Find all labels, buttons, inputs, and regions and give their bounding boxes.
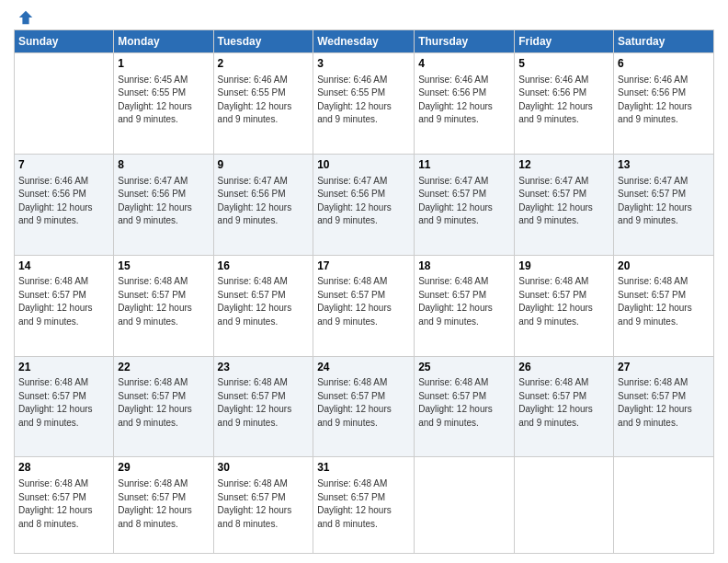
calendar-cell: 21Sunrise: 6:48 AMSunset: 6:57 PMDayligh… — [15, 356, 114, 457]
day-number: 22 — [118, 360, 209, 375]
day-number: 18 — [418, 259, 510, 274]
week-row-5: 28Sunrise: 6:48 AMSunset: 6:57 PMDayligh… — [15, 457, 714, 554]
day-number: 20 — [618, 259, 710, 274]
day-info: Sunrise: 6:48 AMSunset: 6:57 PMDaylight:… — [18, 275, 109, 328]
calendar-cell: 20Sunrise: 6:48 AMSunset: 6:57 PMDayligh… — [614, 255, 714, 356]
day-info: Sunrise: 6:48 AMSunset: 6:57 PMDaylight:… — [18, 376, 109, 430]
calendar-cell — [415, 457, 515, 554]
calendar-cell: 12Sunrise: 6:47 AMSunset: 6:57 PMDayligh… — [515, 154, 614, 255]
calendar-cell — [15, 53, 114, 155]
day-info: Sunrise: 6:47 AMSunset: 6:56 PMDaylight:… — [118, 175, 209, 228]
day-number: 28 — [18, 460, 109, 476]
week-row-4: 21Sunrise: 6:48 AMSunset: 6:57 PMDayligh… — [15, 356, 714, 457]
calendar-cell: 2Sunrise: 6:46 AMSunset: 6:55 PMDaylight… — [213, 53, 313, 155]
day-info: Sunrise: 6:47 AMSunset: 6:57 PMDaylight:… — [418, 175, 510, 228]
calendar-cell: 11Sunrise: 6:47 AMSunset: 6:57 PMDayligh… — [415, 154, 515, 255]
calendar-cell: 1Sunrise: 6:45 AMSunset: 6:55 PMDaylight… — [114, 53, 213, 155]
day-number: 16 — [218, 259, 310, 274]
day-info: Sunrise: 6:48 AMSunset: 6:57 PMDaylight:… — [218, 376, 310, 430]
day-number: 23 — [218, 360, 310, 375]
day-number: 24 — [317, 360, 410, 375]
week-row-3: 14Sunrise: 6:48 AMSunset: 6:57 PMDayligh… — [15, 255, 714, 356]
day-info: Sunrise: 6:48 AMSunset: 6:57 PMDaylight:… — [218, 477, 310, 531]
day-info: Sunrise: 6:48 AMSunset: 6:57 PMDaylight:… — [118, 477, 209, 531]
header-day-wednesday: Wednesday — [313, 30, 415, 53]
day-number: 25 — [418, 360, 510, 375]
day-number: 6 — [618, 56, 710, 72]
calendar-cell: 8Sunrise: 6:47 AMSunset: 6:56 PMDaylight… — [114, 154, 213, 255]
calendar-cell: 17Sunrise: 6:48 AMSunset: 6:57 PMDayligh… — [313, 255, 415, 356]
day-number: 29 — [118, 460, 209, 476]
day-number: 10 — [317, 157, 410, 173]
day-info: Sunrise: 6:47 AMSunset: 6:56 PMDaylight:… — [317, 175, 410, 228]
calendar-cell: 22Sunrise: 6:48 AMSunset: 6:57 PMDayligh… — [114, 356, 213, 457]
calendar-cell: 19Sunrise: 6:48 AMSunset: 6:57 PMDayligh… — [515, 255, 614, 356]
week-row-2: 7Sunrise: 6:46 AMSunset: 6:56 PMDaylight… — [15, 154, 714, 255]
calendar-cell: 26Sunrise: 6:48 AMSunset: 6:57 PMDayligh… — [515, 356, 614, 457]
calendar-cell: 7Sunrise: 6:46 AMSunset: 6:56 PMDaylight… — [15, 154, 114, 255]
header-day-saturday: Saturday — [614, 30, 714, 53]
day-number: 12 — [518, 157, 609, 173]
header-day-thursday: Thursday — [415, 30, 515, 53]
calendar-cell: 31Sunrise: 6:48 AMSunset: 6:57 PMDayligh… — [313, 457, 415, 554]
day-number: 2 — [218, 56, 310, 72]
day-number: 3 — [317, 56, 410, 72]
day-number: 11 — [418, 157, 510, 173]
day-number: 19 — [518, 259, 609, 274]
header-day-tuesday: Tuesday — [213, 30, 313, 53]
calendar-cell: 23Sunrise: 6:48 AMSunset: 6:57 PMDayligh… — [213, 356, 313, 457]
day-info: Sunrise: 6:45 AMSunset: 6:55 PMDaylight:… — [118, 74, 209, 127]
calendar-cell: 10Sunrise: 6:47 AMSunset: 6:56 PMDayligh… — [313, 154, 415, 255]
calendar-cell: 25Sunrise: 6:48 AMSunset: 6:57 PMDayligh… — [415, 356, 515, 457]
day-number: 8 — [118, 157, 209, 173]
calendar-cell: 13Sunrise: 6:47 AMSunset: 6:57 PMDayligh… — [614, 154, 714, 255]
calendar-table: SundayMondayTuesdayWednesdayThursdayFrid… — [14, 29, 714, 554]
day-number: 27 — [618, 360, 710, 375]
day-number: 14 — [18, 259, 109, 274]
day-info: Sunrise: 6:48 AMSunset: 6:57 PMDaylight:… — [317, 477, 410, 531]
day-info: Sunrise: 6:46 AMSunset: 6:55 PMDaylight:… — [317, 74, 410, 127]
calendar-cell: 5Sunrise: 6:46 AMSunset: 6:56 PMDaylight… — [515, 53, 614, 155]
calendar-cell: 30Sunrise: 6:48 AMSunset: 6:57 PMDayligh… — [213, 457, 313, 554]
calendar-cell: 27Sunrise: 6:48 AMSunset: 6:57 PMDayligh… — [614, 356, 714, 457]
day-info: Sunrise: 6:46 AMSunset: 6:55 PMDaylight:… — [218, 74, 310, 127]
day-info: Sunrise: 6:48 AMSunset: 6:57 PMDaylight:… — [518, 376, 609, 430]
header-row: SundayMondayTuesdayWednesdayThursdayFrid… — [15, 30, 714, 53]
header — [14, 9, 714, 22]
calendar-cell: 29Sunrise: 6:48 AMSunset: 6:57 PMDayligh… — [114, 457, 213, 554]
day-number: 13 — [618, 157, 710, 173]
day-info: Sunrise: 6:46 AMSunset: 6:56 PMDaylight:… — [18, 175, 109, 228]
logo-icon — [17, 9, 34, 26]
day-info: Sunrise: 6:46 AMSunset: 6:56 PMDaylight:… — [418, 74, 510, 127]
calendar-cell: 3Sunrise: 6:46 AMSunset: 6:55 PMDaylight… — [313, 53, 415, 155]
header-day-monday: Monday — [114, 30, 213, 53]
day-info: Sunrise: 6:48 AMSunset: 6:57 PMDaylight:… — [418, 376, 510, 430]
day-info: Sunrise: 6:46 AMSunset: 6:56 PMDaylight:… — [618, 74, 710, 127]
calendar-cell: 28Sunrise: 6:48 AMSunset: 6:57 PMDayligh… — [15, 457, 114, 554]
day-number: 1 — [118, 56, 209, 72]
day-info: Sunrise: 6:48 AMSunset: 6:57 PMDaylight:… — [317, 376, 410, 430]
day-info: Sunrise: 6:48 AMSunset: 6:57 PMDaylight:… — [317, 275, 410, 328]
page: SundayMondayTuesdayWednesdayThursdayFrid… — [0, 0, 728, 563]
day-number: 21 — [18, 360, 109, 375]
day-info: Sunrise: 6:48 AMSunset: 6:57 PMDaylight:… — [218, 275, 310, 328]
day-info: Sunrise: 6:48 AMSunset: 6:57 PMDaylight:… — [118, 275, 209, 328]
calendar-cell: 16Sunrise: 6:48 AMSunset: 6:57 PMDayligh… — [213, 255, 313, 356]
day-info: Sunrise: 6:47 AMSunset: 6:57 PMDaylight:… — [618, 175, 710, 228]
header-day-sunday: Sunday — [15, 30, 114, 53]
logo — [14, 9, 34, 22]
day-info: Sunrise: 6:47 AMSunset: 6:57 PMDaylight:… — [518, 175, 609, 228]
day-info: Sunrise: 6:48 AMSunset: 6:57 PMDaylight:… — [618, 275, 710, 328]
day-number: 5 — [518, 56, 609, 72]
svg-marker-0 — [19, 11, 32, 24]
calendar-cell: 4Sunrise: 6:46 AMSunset: 6:56 PMDaylight… — [415, 53, 515, 155]
day-info: Sunrise: 6:47 AMSunset: 6:56 PMDaylight:… — [218, 175, 310, 228]
day-number: 17 — [317, 259, 410, 274]
calendar-cell: 6Sunrise: 6:46 AMSunset: 6:56 PMDaylight… — [614, 53, 714, 155]
calendar-cell: 15Sunrise: 6:48 AMSunset: 6:57 PMDayligh… — [114, 255, 213, 356]
day-number: 30 — [218, 460, 310, 476]
day-info: Sunrise: 6:48 AMSunset: 6:57 PMDaylight:… — [418, 275, 510, 328]
calendar-cell: 24Sunrise: 6:48 AMSunset: 6:57 PMDayligh… — [313, 356, 415, 457]
day-info: Sunrise: 6:48 AMSunset: 6:57 PMDaylight:… — [118, 376, 209, 430]
day-number: 26 — [518, 360, 609, 375]
